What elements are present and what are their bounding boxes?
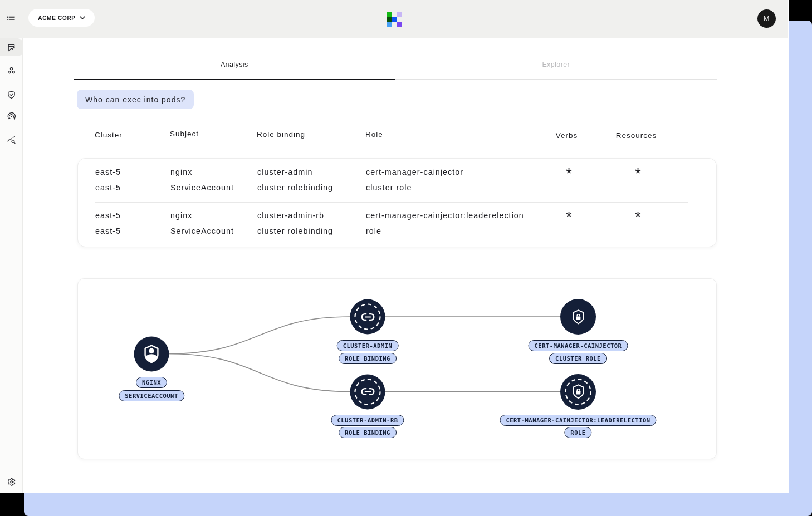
results-table: east-5nginxcluster-admincert-manager-cai…	[77, 158, 717, 247]
trend-search-icon	[7, 135, 16, 145]
node-label-role2[interactable]: CERT-MANAGER-CAINJECTOR:LEADERELECTION	[500, 415, 656, 426]
node-label-rb2[interactable]: CLUSTER-ADMIN-RB	[331, 415, 404, 426]
graph-node-rb1[interactable]	[350, 299, 385, 335]
node-type-rb1[interactable]: ROLE BINDING	[339, 353, 397, 364]
radar-icon	[7, 112, 16, 121]
cell-resources-r1: *	[635, 209, 642, 226]
graph-node-subject[interactable]	[134, 336, 169, 371]
row-divider	[95, 202, 688, 203]
node-label-role1[interactable]: CERT-MANAGER-CAINJECTOR	[529, 340, 628, 351]
sidebar-item-3[interactable]	[0, 108, 23, 126]
sidebar	[0, 38, 23, 493]
sidebar-item-1[interactable]	[0, 62, 23, 80]
column-header-role-binding: Role binding	[257, 130, 305, 138]
tab-analysis[interactable]: Analysis	[74, 52, 395, 80]
column-header-cluster: Cluster	[95, 131, 123, 139]
org-switcher-button[interactable]: ACME CORP	[28, 9, 95, 27]
shield-lock-icon	[573, 309, 584, 325]
sidebar-item-0[interactable]	[0, 38, 23, 56]
logo-square-lavender	[397, 12, 402, 17]
list-icon	[7, 13, 16, 22]
cell-verbs-r1: *	[566, 209, 573, 226]
graph-edges	[78, 279, 716, 459]
node-type-text: CLUSTER ROLE	[555, 355, 601, 362]
column-header-verbs: Verbs	[556, 131, 578, 139]
logo-square-darkgreen	[387, 17, 392, 22]
app-window: ACME CORP M Analysis Explorer Who can ex…	[0, 0, 789, 493]
menu-button[interactable]	[7, 13, 16, 22]
logo-square-lightblue	[387, 22, 392, 27]
node-label-text: CERT-MANAGER-CAINJECTOR:LEADERELECTION	[506, 417, 650, 424]
chevron-down-icon	[80, 16, 85, 19]
graph-node-role1[interactable]	[560, 299, 596, 335]
cell-role_binding-r0l0: cluster-admin	[257, 168, 312, 176]
node-type-role2[interactable]: ROLE	[564, 427, 591, 438]
graph-node-rb2[interactable]	[350, 374, 385, 409]
dashed-ring	[560, 374, 596, 410]
node-label-text: CLUSTER-ADMIN-RB	[337, 417, 398, 424]
logo-square-blue	[392, 17, 397, 22]
node-type-subject[interactable]: SERVICEACCOUNT	[119, 390, 184, 401]
shield-check-icon	[7, 89, 16, 99]
cell-verbs-r0: *	[566, 165, 573, 182]
node-type-text: ROLE BINDING	[345, 355, 390, 362]
cell-role-r0l0: cert-manager-cainjector	[366, 168, 463, 176]
tab-explorer[interactable]: Explorer	[395, 52, 717, 80]
tab-bar: Analysis Explorer	[74, 52, 717, 80]
avatar-initial: M	[764, 14, 770, 23]
node-label-text: CERT-MANAGER-CAINJECTOR	[535, 342, 622, 349]
logo-square-purple	[397, 22, 402, 27]
column-header-subject: Subject	[170, 129, 199, 137]
dashed-ring	[350, 299, 385, 335]
sidebar-item-settings[interactable]	[0, 473, 23, 491]
cell-cluster-r1l1: east-5	[95, 227, 121, 235]
flag-chart-icon	[7, 43, 16, 52]
dashed-ring	[350, 374, 385, 409]
graph-panel: NGINXSERVICEACCOUNTCLUSTER-ADMINROLE BIN…	[77, 278, 717, 459]
sidebar-item-2[interactable]	[0, 85, 23, 102]
cluster-dots-icon	[7, 66, 16, 75]
cell-resources-r0: *	[635, 165, 642, 182]
node-label-text: CLUSTER-ADMIN	[343, 342, 393, 349]
node-type-role1[interactable]: CLUSTER ROLE	[549, 353, 607, 364]
column-header-role: Role	[365, 130, 383, 138]
app-header: ACME CORP M	[0, 0, 788, 38]
user-shield-icon	[144, 345, 159, 363]
node-label-rb1[interactable]: CLUSTER-ADMIN	[337, 340, 399, 351]
cell-role-r1l0: cert-manager-cainjector:leaderelection	[366, 211, 524, 220]
node-label-text: NGINX	[142, 379, 161, 386]
brand-logo	[387, 12, 402, 27]
cell-cluster-r0l1: east-5	[95, 183, 121, 192]
org-name: ACME CORP	[38, 15, 75, 21]
graph-node-role2[interactable]	[560, 374, 596, 410]
cell-subject-r0l1: ServiceAccount	[170, 183, 234, 192]
cell-subject-r1l1: ServiceAccount	[170, 227, 234, 235]
query-chip-label: Who can exec into pods?	[85, 95, 185, 104]
node-type-rb2[interactable]: ROLE BINDING	[339, 427, 397, 438]
sidebar-item-4[interactable]	[0, 131, 23, 149]
node-type-text: ROLE	[570, 429, 585, 436]
node-type-text: SERVICEACCOUNT	[125, 392, 178, 399]
cell-role-r1l1: role	[366, 227, 381, 235]
cell-role_binding-r1l1: cluster rolebinding	[257, 227, 333, 235]
cell-cluster-r1l0: east-5	[95, 211, 121, 220]
user-avatar[interactable]: M	[757, 9, 776, 28]
query-chip[interactable]: Who can exec into pods?	[77, 90, 194, 109]
cell-role_binding-r0l1: cluster rolebinding	[257, 183, 333, 192]
gear-icon	[7, 478, 16, 486]
node-type-text: ROLE BINDING	[345, 429, 390, 436]
cell-role-r0l1: cluster role	[366, 183, 412, 192]
cell-subject-r1l0: nginx	[170, 211, 192, 220]
node-label-subject[interactable]: NGINX	[136, 377, 167, 388]
cell-subject-r0l0: nginx	[170, 168, 192, 176]
logo-square-green	[387, 12, 392, 17]
cell-cluster-r0l0: east-5	[95, 168, 121, 176]
column-header-resources: Resources	[616, 131, 657, 139]
cell-role_binding-r1l0: cluster-admin-rb	[257, 211, 324, 220]
